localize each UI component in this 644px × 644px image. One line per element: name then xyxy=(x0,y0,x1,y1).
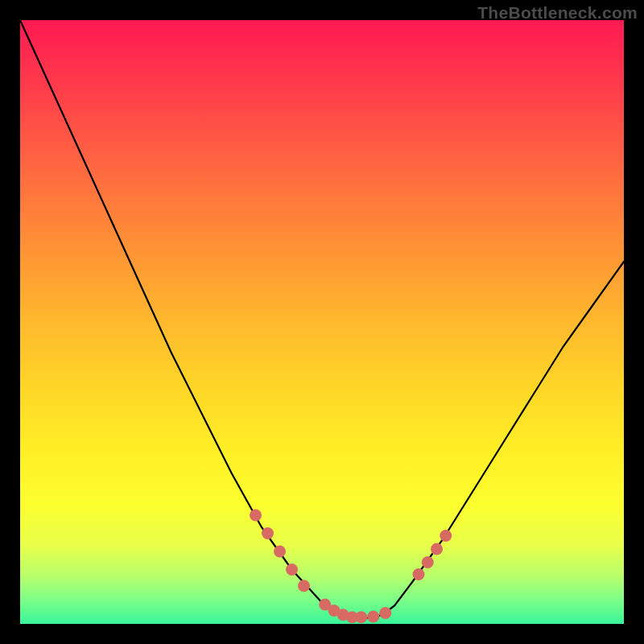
curve-line xyxy=(20,20,624,618)
marker-dot xyxy=(355,611,367,623)
marker-dot xyxy=(431,543,443,555)
marker-dot xyxy=(422,556,434,568)
marker-dot xyxy=(262,527,274,539)
plot-area xyxy=(20,20,624,624)
marker-dot xyxy=(298,580,310,592)
marker-dot xyxy=(286,564,298,576)
marker-dot xyxy=(367,611,379,623)
marker-dot xyxy=(413,568,425,580)
marker-dot xyxy=(274,546,286,558)
chart-svg xyxy=(20,20,624,624)
highlight-markers xyxy=(250,510,452,624)
marker-dot xyxy=(379,607,391,619)
watermark-text: TheBottleneck.com xyxy=(477,3,638,23)
marker-dot xyxy=(440,530,452,542)
marker-dot xyxy=(250,510,262,522)
